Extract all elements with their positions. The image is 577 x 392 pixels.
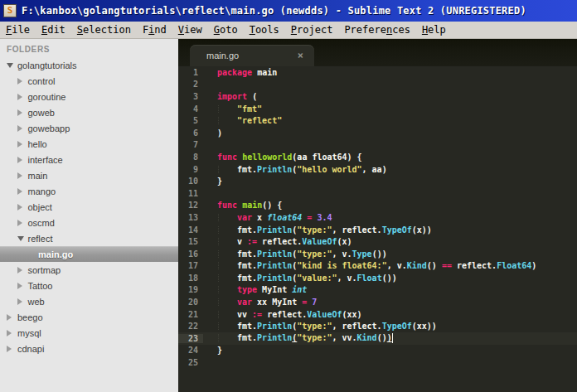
collapsed-arrow-icon[interactable]	[17, 204, 28, 211]
code-line[interactable]: 11	[178, 187, 577, 200]
collapsed-arrow-icon[interactable]	[17, 109, 28, 116]
code-token: package	[217, 68, 252, 77]
code-line[interactable]: 4"fmt"	[178, 103, 577, 115]
code-line[interactable]: 15v := reflect.ValueOf(x)	[178, 235, 577, 248]
sidebar-item-control[interactable]: control	[0, 73, 178, 89]
tab-main-go[interactable]: main.go ×	[190, 45, 314, 66]
sublime-app-icon: S	[3, 4, 17, 17]
collapsed-arrow-icon[interactable]	[7, 314, 17, 321]
code-line[interactable]: 12func main() {	[178, 200, 577, 212]
sidebar-item-golangtutorials[interactable]: golangtutorials	[0, 57, 178, 73]
menu-file[interactable]: File	[0, 22, 36, 38]
sidebar-item-gowebapp[interactable]: gowebapp	[0, 120, 178, 136]
menu-edit[interactable]: Edit	[36, 22, 71, 38]
code-line[interactable]: 24}	[178, 345, 577, 357]
sidebar-item-oscmd[interactable]: oscmd	[0, 215, 178, 230]
code-line[interactable]: 5"reflect"	[178, 114, 577, 127]
indent-guide	[218, 117, 219, 124]
code-token: reflect.	[262, 310, 307, 319]
collapsed-arrow-icon[interactable]	[17, 157, 28, 163]
expanded-arrow-icon[interactable]	[17, 236, 28, 241]
code-line[interactable]: 13var x float64 = 3.4	[178, 211, 577, 224]
code-line[interactable]: 23fmt.Println("type:", vv.Kind())	[178, 332, 577, 345]
triangle-right-glyph	[17, 94, 22, 100]
sidebar-item-goweb[interactable]: goweb	[0, 104, 178, 120]
code-token: Println	[257, 165, 292, 174]
collapsed-arrow-icon[interactable]	[7, 346, 17, 352]
sidebar-item-beego[interactable]: beego	[0, 309, 178, 325]
triangle-right-glyph	[17, 298, 22, 305]
menu-help[interactable]: Help	[416, 22, 452, 38]
collapsed-arrow-icon[interactable]	[17, 78, 28, 85]
sidebar-item-main[interactable]: main	[0, 167, 178, 183]
sidebar-item-goroutine[interactable]: goroutine	[0, 89, 178, 104]
menu-tools[interactable]: Tools	[244, 22, 285, 38]
code-line[interactable]: 14fmt.Println("type:", reflect.TypeOf(x)…	[178, 224, 577, 236]
collapsed-arrow-icon[interactable]	[17, 125, 28, 132]
collapsed-arrow-icon[interactable]	[17, 220, 28, 226]
code-line[interactable]: 18fmt.Println("value:", v.Float())	[178, 272, 577, 284]
sidebar-item-mango[interactable]: mango	[0, 183, 178, 199]
code-token: (	[247, 92, 257, 101]
sidebar-item-label: golangtutorials	[17, 60, 77, 70]
code-editor[interactable]: 1package main23import (4"fmt"5"reflect"6…	[178, 66, 577, 392]
code-line[interactable]: 7	[178, 139, 577, 152]
code-token: "reflect"	[237, 116, 282, 125]
menu-find[interactable]: Find	[137, 22, 172, 38]
code-line[interactable]: 1package main	[178, 66, 577, 79]
code-line[interactable]: 25	[178, 356, 577, 369]
code-token: ValueOf	[307, 310, 342, 319]
indent-guide	[218, 274, 219, 282]
code-line[interactable]: 2	[178, 79, 577, 91]
code-line[interactable]: 20var xx MyInt = 7	[178, 296, 577, 308]
collapsed-arrow-icon[interactable]	[17, 141, 28, 148]
sidebar-item-object[interactable]: object	[0, 199, 178, 215]
line-number: 13	[178, 213, 203, 222]
tab-bar: main.go ×	[178, 39, 577, 66]
expanded-arrow-icon[interactable]	[7, 63, 17, 68]
menu-goto[interactable]: Goto	[208, 22, 244, 38]
code-line[interactable]: 19type MyInt int	[178, 284, 577, 297]
collapsed-arrow-icon[interactable]	[17, 298, 28, 305]
code-line[interactable]: 9fmt.Println("hello world", aa)	[178, 163, 577, 176]
collapsed-arrow-icon[interactable]	[17, 94, 28, 100]
code-line[interactable]: 3import (	[178, 90, 577, 103]
code-text: "fmt"	[217, 104, 262, 114]
code-line[interactable]: 22fmt.Println("type:", reflect.TypeOf(xx…	[178, 320, 577, 332]
triangle-down-glyph	[17, 236, 24, 241]
menu-view[interactable]: View	[172, 22, 208, 38]
sidebar-item-interface[interactable]: interface	[0, 152, 178, 167]
sidebar-item-mysql[interactable]: mysql	[0, 325, 178, 341]
sidebar-item-label: reflect	[28, 234, 53, 244]
code-line[interactable]: 21vv := reflect.ValueOf(xx)	[178, 308, 577, 321]
code-line[interactable]: 17fmt.Println("kind is float64:", v.Kind…	[178, 260, 577, 273]
sidebar-item-tattoo[interactable]: Tattoo	[0, 278, 178, 293]
sidebar-item-hello[interactable]: hello	[0, 136, 178, 152]
code-token: fmt.	[237, 261, 257, 270]
code-token: reflect.	[257, 237, 302, 246]
menu-selection[interactable]: Selection	[71, 22, 137, 38]
code-line[interactable]: 10}	[178, 175, 577, 187]
sidebar-item-sortmap[interactable]: sortmap	[0, 262, 178, 278]
title-bar[interactable]: S F:\kanbox\golangtutorials\reflect\main…	[0, 0, 577, 22]
code-token: ==	[442, 261, 452, 270]
code-text: }	[217, 346, 222, 355]
sidebar-item-cdnapi[interactable]: cdnapi	[0, 341, 178, 356]
tab-close-icon[interactable]: ×	[298, 50, 314, 61]
menu-project[interactable]: Project	[285, 22, 339, 38]
collapsed-arrow-icon[interactable]	[17, 283, 28, 289]
collapsed-arrow-icon[interactable]	[7, 330, 17, 336]
code-text: fmt.Println("kind is float64:", v.Kind()…	[217, 261, 536, 270]
code-line[interactable]: 8func helloworld(aa float64) {	[178, 151, 577, 163]
sidebar-item-reflect[interactable]: reflect	[0, 230, 178, 246]
code-token: Type	[352, 249, 372, 259]
collapsed-arrow-icon[interactable]	[17, 172, 28, 179]
menu-label-pre: Prefere	[344, 24, 386, 36]
sidebar-item-web[interactable]: web	[0, 293, 178, 309]
sidebar-item-main-go[interactable]: main.go	[0, 246, 178, 262]
code-line[interactable]: 16fmt.Println("type:", v.Type())	[178, 248, 577, 260]
code-line[interactable]: 6)	[178, 127, 577, 139]
collapsed-arrow-icon[interactable]	[17, 188, 28, 195]
menu-preferences[interactable]: Preferences	[338, 22, 416, 38]
collapsed-arrow-icon[interactable]	[17, 267, 28, 273]
